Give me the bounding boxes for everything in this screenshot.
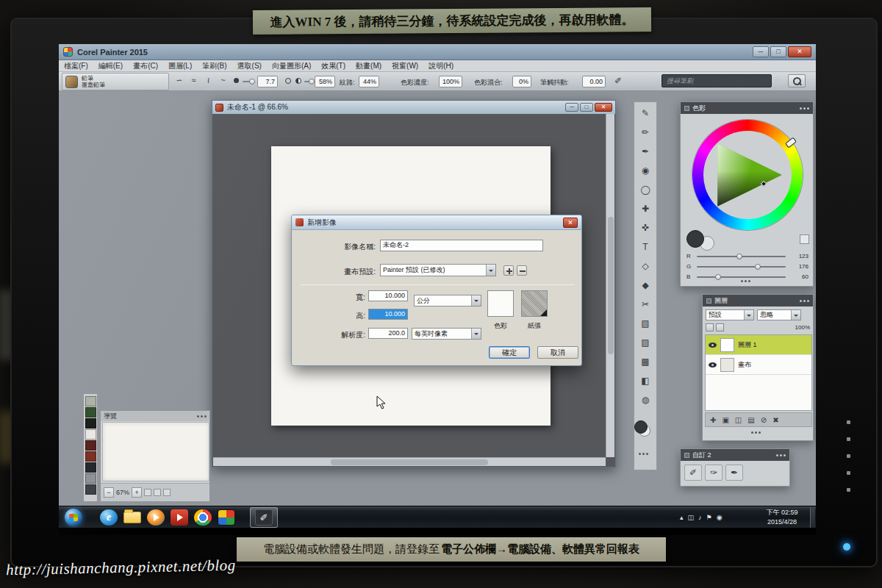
clear-search-icon[interactable]: ⊗ xyxy=(774,76,781,86)
slider-handle[interactable] xyxy=(715,274,721,280)
osd-button[interactable] xyxy=(847,471,850,475)
layer-pickup-icon[interactable] xyxy=(716,323,724,331)
opacity-slider[interactable] xyxy=(304,81,312,82)
pen-icon[interactable]: ✐ xyxy=(614,76,622,86)
mini-tool-icon[interactable] xyxy=(85,440,96,451)
layer-row[interactable]: 圖層 1 xyxy=(706,335,811,355)
doc-minimize-button[interactable]: ─ xyxy=(565,103,578,112)
composite-method-dropdown[interactable]: 忽略 xyxy=(757,309,801,320)
opacity-value[interactable]: 58% xyxy=(315,76,335,87)
color-panel-header[interactable]: 色彩 xyxy=(681,102,813,114)
height-input[interactable]: 10.000 xyxy=(368,309,408,320)
taskbar-mediaplayer-icon[interactable] xyxy=(147,509,165,526)
tool-icon[interactable]: ◆ xyxy=(637,276,654,295)
color-swatch[interactable] xyxy=(487,290,514,317)
layers-panel-header[interactable]: 圖層 xyxy=(703,295,813,306)
tool-icon[interactable]: ✜ xyxy=(637,218,654,237)
tool-icon[interactable]: ◯ xyxy=(637,180,654,199)
image-name-input[interactable]: 未命名-2 xyxy=(380,240,543,251)
menu-item[interactable]: 視窗(W) xyxy=(387,61,423,71)
visibility-eye-icon[interactable] xyxy=(709,362,717,368)
resolution-unit-dropdown[interactable]: 每英吋像素 xyxy=(412,328,481,340)
brush-search-input[interactable] xyxy=(662,74,772,87)
layer-opacity-value[interactable]: 100% xyxy=(782,324,810,331)
slider-handle[interactable] xyxy=(755,264,761,270)
tray-icon[interactable]: ◫ xyxy=(688,514,695,521)
cancel-button[interactable]: 取消 xyxy=(537,346,578,359)
vertical-scrollbar[interactable] xyxy=(606,114,614,457)
layers-footer-icon[interactable]: ▣ xyxy=(722,416,728,424)
panel-menu-icon[interactable] xyxy=(800,300,809,302)
show-desktop-button[interactable] xyxy=(810,507,815,528)
menu-item[interactable]: 檔案(F) xyxy=(59,61,93,71)
jitter-value[interactable]: 0.00 xyxy=(582,76,606,87)
panel-menu-icon[interactable] xyxy=(197,415,207,417)
menu-item[interactable]: 說明(H) xyxy=(423,61,459,71)
channel-slider[interactable] xyxy=(697,276,786,278)
width-input[interactable]: 10.000 xyxy=(368,290,408,301)
search-icon[interactable] xyxy=(788,74,806,87)
panel-resize-dots[interactable] xyxy=(751,431,761,434)
tray-icon[interactable]: ▴ xyxy=(680,514,684,521)
slider-handle[interactable] xyxy=(736,254,742,259)
menu-item[interactable]: 效果(T) xyxy=(316,61,351,71)
menu-item[interactable]: 畫布(C) xyxy=(128,61,163,71)
layer-preset-dropdown[interactable]: 預設 xyxy=(706,309,754,320)
mini-tool-icon[interactable] xyxy=(85,407,96,417)
horizontal-scrollbar[interactable] xyxy=(213,457,606,466)
taskbar-palette-icon[interactable] xyxy=(218,509,235,526)
dialog-close-button[interactable]: ✕ xyxy=(563,218,578,228)
taskbar-video-icon[interactable] xyxy=(171,509,188,526)
tool-icon[interactable]: ◇ xyxy=(637,257,654,276)
menu-item[interactable]: 向量圖形(A) xyxy=(267,61,316,71)
taskbar-clock[interactable]: 下午 02:59 2015/4/28 xyxy=(757,508,807,527)
tool-icon[interactable]: ✚ xyxy=(637,199,654,218)
remove-preset-button[interactable] xyxy=(517,265,527,276)
taskbar-ie-icon[interactable]: e xyxy=(100,509,118,526)
panel-menu-icon[interactable] xyxy=(800,107,809,110)
zoom-out-button[interactable]: − xyxy=(104,487,114,498)
channel-slider[interactable] xyxy=(697,266,786,268)
rotate-left-icon[interactable] xyxy=(144,489,151,496)
layers-footer-icon[interactable]: ◫ xyxy=(735,416,742,424)
tool-icon[interactable]: ✏ xyxy=(637,123,654,142)
unit-dropdown[interactable]: 公分 xyxy=(414,295,481,306)
navigator-thumbnail[interactable] xyxy=(102,422,209,481)
layers-footer-icon[interactable]: ✖ xyxy=(772,416,778,424)
tool-icon[interactable]: ▨ xyxy=(637,333,654,352)
doc-close-button[interactable]: ✕ xyxy=(595,103,612,112)
minimize-button[interactable]: ─ xyxy=(753,46,769,57)
stroke-option-icon[interactable]: ~ xyxy=(218,74,229,86)
zoom-level[interactable]: 67% xyxy=(116,489,129,496)
menu-item[interactable]: 編輯(E) xyxy=(93,61,128,71)
toolbox-options-dots[interactable] xyxy=(639,453,648,455)
menu-item[interactable]: 筆刷(B) xyxy=(197,61,232,71)
mini-tool-icon[interactable] xyxy=(85,396,96,406)
mini-tool-icon[interactable] xyxy=(85,451,96,462)
ok-button[interactable]: 確定 xyxy=(489,346,530,359)
tool-icon[interactable]: ✂ xyxy=(637,295,654,314)
doc-maximize-button[interactable]: □ xyxy=(580,103,593,112)
brush-selector[interactable]: 鉛筆 覆蓋鉛筆 xyxy=(62,73,169,90)
resolution-input[interactable]: 200.0 xyxy=(368,328,408,339)
menu-item[interactable]: 選取(S) xyxy=(232,61,267,71)
document-titlebar[interactable]: 未命名-1 @ 66.6% ─ □ ✕ xyxy=(212,101,615,114)
tray-icon[interactable]: ◉ xyxy=(717,514,723,521)
close-button[interactable]: ✕ xyxy=(788,46,811,57)
mini-tool-icon[interactable] xyxy=(85,429,96,440)
panel-resize-dots[interactable] xyxy=(741,280,750,282)
tool-icon[interactable]: ✒ xyxy=(637,142,654,161)
stroke-option-icon[interactable]: ∽ xyxy=(173,74,184,86)
swatch-drawer-icon[interactable] xyxy=(800,234,809,244)
menu-item[interactable]: 動畫(M) xyxy=(351,61,387,71)
taskbar-painter-icon[interactable]: ✐ xyxy=(255,509,273,526)
layers-footer-icon[interactable]: ▤ xyxy=(747,416,754,424)
tool-icon[interactable]: ◍ xyxy=(637,390,654,409)
mix-value[interactable]: 0% xyxy=(512,76,531,87)
tool-icon[interactable]: ▧ xyxy=(637,314,654,333)
start-button[interactable] xyxy=(65,509,82,526)
dialog-titlebar[interactable]: 新增影像 ✕ xyxy=(292,215,581,230)
main-color-swatch[interactable] xyxy=(686,230,704,248)
custom-brush-icon[interactable]: ✒ xyxy=(725,465,743,481)
mini-tool-icon[interactable] xyxy=(85,484,96,495)
